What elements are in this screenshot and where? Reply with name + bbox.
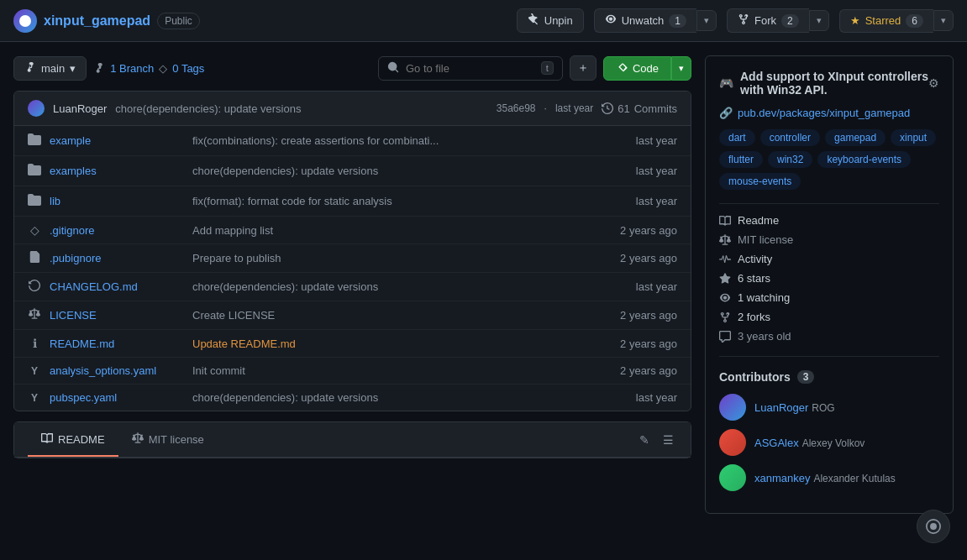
tabs-header: README MIT license ✎ ☰ — [14, 422, 691, 458]
file-name[interactable]: lib — [50, 195, 184, 207]
file-row[interactable]: LICENSE Create LICENSE 2 years ago — [14, 301, 691, 330]
contributor-info: LuanRoger ROG — [754, 400, 835, 414]
unwatch-dropdown[interactable]: ▾ — [696, 10, 717, 31]
tab-readme[interactable]: README — [28, 422, 118, 457]
settings-icon[interactable]: ⚙ — [928, 76, 939, 90]
file-row[interactable]: .pubignore Prepare to publish 2 years ag… — [14, 244, 691, 273]
tag-chip-controller[interactable]: controller — [760, 129, 820, 146]
tab-mit-license[interactable]: MIT license — [118, 422, 218, 457]
tags-list: dart controller gamepad xinput flutter w… — [719, 129, 939, 190]
code-icon — [616, 61, 628, 76]
tag-chip-flutter[interactable]: flutter — [719, 151, 763, 168]
tag-chip-gamepad[interactable]: gamepad — [825, 129, 886, 146]
starred-count: 6 — [906, 14, 923, 28]
watching-link[interactable]: 1 watching — [738, 291, 790, 304]
fork-dropdown[interactable]: ▾ — [809, 10, 829, 31]
tag-chip-keyboard-events[interactable]: keyboard-events — [817, 151, 911, 168]
fork-count: 2 — [781, 14, 799, 28]
file-name[interactable]: examples — [50, 165, 184, 177]
file-name[interactable]: .gitignore — [50, 224, 184, 237]
file-name[interactable]: example — [50, 134, 184, 147]
tag-count-link[interactable]: 0 Tags — [172, 62, 204, 75]
list-readme-button[interactable]: ☰ — [660, 430, 677, 450]
activity-link[interactable]: Activity — [738, 253, 772, 265]
stars-link[interactable]: 6 stars — [738, 272, 770, 285]
file-row[interactable]: lib fix(format): format code for static … — [14, 186, 691, 217]
contributor-row: LuanRoger ROG — [719, 394, 939, 421]
history-icon — [602, 102, 613, 114]
code-button[interactable]: Code — [603, 56, 671, 81]
file-name[interactable]: CHANGELOG.md — [50, 280, 184, 293]
file-name[interactable]: analysis_options.yaml — [50, 364, 184, 377]
fork-button[interactable]: Fork 2 — [727, 8, 809, 33]
scale-icon — [132, 432, 144, 447]
file-name[interactable]: .pubignore — [50, 252, 184, 264]
file-commit: fix(format): format code for static anal… — [192, 195, 628, 207]
commit-author[interactable]: LuanRoger — [53, 102, 107, 115]
search-box[interactable]: t — [378, 56, 563, 81]
branch-selector[interactable]: main ▾ — [13, 56, 87, 81]
commits-link[interactable]: 61 Commits — [602, 102, 677, 115]
unwatch-button[interactable]: Unwatch 1 — [594, 8, 696, 33]
file-time: 2 years ago — [620, 224, 677, 237]
meta-license: MIT license — [719, 233, 939, 246]
branch-bar: main ▾ 1 Branch ◇ 0 Tags — [13, 55, 691, 81]
file-time: last year — [636, 195, 677, 207]
contributor-name[interactable]: ASGAlex — [754, 437, 799, 449]
file-time: last year — [636, 134, 677, 147]
public-badge: Public — [157, 13, 200, 29]
contributor-row: xanmankey Alexander Kutulas — [719, 464, 939, 491]
file-row[interactable]: ℹ README.md Update README.md 2 years ago — [14, 330, 691, 358]
code-dropdown[interactable]: ▾ — [671, 56, 691, 81]
float-action-button[interactable] — [917, 510, 950, 543]
tag-chip-xinput[interactable]: xinput — [891, 129, 936, 146]
starred-split: ★ Starred 6 ▾ — [839, 9, 954, 33]
file-time: last year — [636, 280, 677, 293]
file-name[interactable]: pubspec.yaml — [50, 391, 184, 404]
file-icon — [28, 251, 41, 265]
file-row[interactable]: example fix(combinations): create assert… — [14, 126, 691, 156]
copilot-icon — [926, 519, 941, 534]
contributor-avatar-asg — [719, 429, 746, 456]
contributor-name[interactable]: xanmankey — [754, 472, 810, 484]
commit-link[interactable]: Update README.md — [192, 338, 296, 350]
meta-readme: Readme — [719, 214, 939, 227]
file-row[interactable]: examples chore(dependencies): update ver… — [14, 156, 691, 186]
file-commit: Create LICENSE — [192, 309, 612, 322]
branch-name: main — [41, 62, 65, 75]
add-file-button[interactable]: ＋ — [570, 55, 596, 81]
commit-message: chore(dependencies): update versions — [115, 102, 301, 115]
tag-chip-dart[interactable]: dart — [719, 129, 755, 146]
repo-avatar — [13, 9, 37, 33]
branches-icon — [93, 62, 105, 74]
edit-readme-button[interactable]: ✎ — [636, 430, 653, 450]
branch-count-link[interactable]: 1 Branch — [110, 62, 154, 75]
starred-button[interactable]: ★ Starred 6 — [839, 9, 933, 33]
file-row[interactable]: Y pubspec.yaml chore(dependencies): upda… — [14, 385, 691, 411]
gitignore-icon: ◇ — [28, 223, 41, 237]
search-input[interactable] — [406, 62, 534, 75]
tag-chip-mouse-events[interactable]: mouse-events — [719, 173, 801, 190]
starred-label: Starred — [865, 14, 901, 27]
about-link-text: pub.dev/packages/xinput_gamepad — [738, 107, 910, 119]
commit-hash[interactable]: 35a6e98 — [497, 102, 536, 114]
contributor-name[interactable]: LuanRoger — [754, 401, 808, 414]
file-commit: chore(dependencies): update versions — [192, 280, 628, 293]
file-row[interactable]: Y analysis_options.yaml Init commit 2 ye… — [14, 358, 691, 385]
contributors-label: Contributors — [719, 370, 791, 384]
commit-author-avatar — [28, 100, 45, 117]
file-name[interactable]: LICENSE — [50, 309, 184, 322]
starred-dropdown[interactable]: ▾ — [933, 10, 954, 31]
scale-meta-icon — [719, 234, 731, 246]
file-row[interactable]: CHANGELOG.md chore(dependencies): update… — [14, 273, 691, 301]
commit-header-row: LuanRoger chore(dependencies): update ve… — [14, 92, 691, 126]
unpin-button[interactable]: Unpin — [517, 8, 584, 33]
file-row[interactable]: ◇ .gitignore Add mapping list 2 years ag… — [14, 217, 691, 244]
tag-chip-win32[interactable]: win32 — [768, 151, 812, 168]
about-link[interactable]: 🔗 pub.dev/packages/xinput_gamepad — [719, 107, 939, 119]
forks-link[interactable]: 2 forks — [738, 311, 770, 323]
repo-name[interactable]: xinput_gamepad — [44, 13, 150, 29]
readme-link[interactable]: Readme — [738, 214, 779, 227]
license-text: MIT license — [738, 233, 793, 246]
file-name[interactable]: README.md — [50, 338, 184, 350]
